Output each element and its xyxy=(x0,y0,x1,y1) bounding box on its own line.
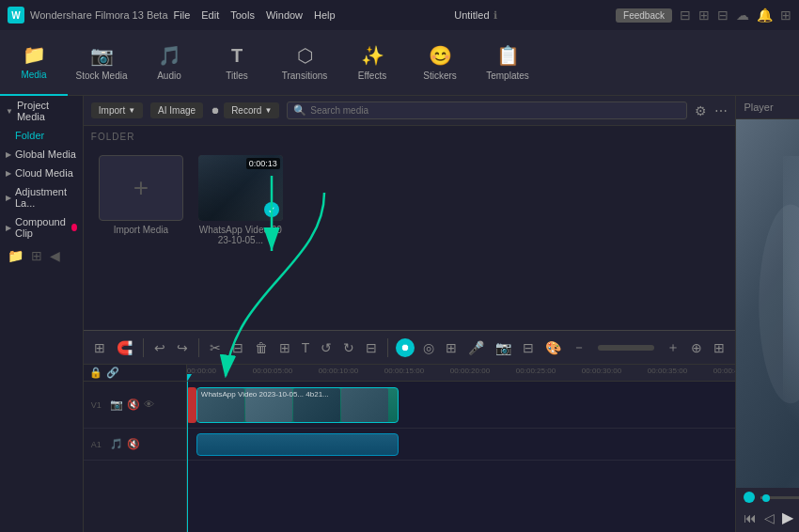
playhead-dot[interactable] xyxy=(744,492,755,503)
time-slider[interactable] xyxy=(760,496,799,499)
toolbar-templates[interactable]: 📋 Templates xyxy=(474,30,541,96)
toolbar-audio[interactable]: 🎵 Audio xyxy=(135,30,203,96)
toolbar-transitions-label: Transitions xyxy=(282,70,328,81)
expand-icon[interactable]: ⊞ xyxy=(698,8,710,23)
compound-clip-item[interactable]: ▶ Compound Clip xyxy=(0,212,83,243)
titles-icon: T xyxy=(231,45,243,67)
more-options-icon[interactable]: ⋯ xyxy=(714,103,728,118)
playhead[interactable] xyxy=(187,382,188,532)
media-icon: 📁 xyxy=(23,43,46,66)
add-icon[interactable]: ⊞ xyxy=(31,248,42,263)
plus-icon[interactable]: ＋ xyxy=(664,337,682,358)
menu-window[interactable]: Window xyxy=(266,9,303,21)
pip-icon[interactable]: ⊞ xyxy=(443,338,460,357)
scissors-icon[interactable]: ✂ xyxy=(207,338,224,357)
import-media-item[interactable]: + Import Media xyxy=(99,155,183,245)
import-button[interactable]: Import ▼ xyxy=(91,102,143,118)
adjustment-layer-item[interactable]: ▶ Adjustment La... xyxy=(0,182,83,212)
stickers-icon: 😊 xyxy=(429,44,452,67)
menu-file[interactable]: File xyxy=(174,9,191,21)
doc-title: Untitled xyxy=(454,9,489,21)
project-media-section[interactable]: ▼ Project Media xyxy=(0,96,83,126)
global-media-item[interactable]: ▶ Global Media xyxy=(0,145,83,164)
toolbar-titles[interactable]: T Titles xyxy=(203,30,271,96)
grid-icon[interactable]: ⊞ xyxy=(780,8,791,23)
delete-icon[interactable]: 🗑 xyxy=(252,338,271,357)
search-input[interactable] xyxy=(310,105,681,116)
sidebar-item-folder[interactable]: Folder xyxy=(0,126,83,145)
menu-bar: File Edit Tools Window Help xyxy=(174,9,336,21)
toolbar-stock-media[interactable]: 📷 Stock Media xyxy=(68,30,135,96)
speed-icon[interactable]: ⊟ xyxy=(520,338,537,357)
ai-image-button[interactable]: AI Image xyxy=(150,102,203,118)
zoom-slider[interactable] xyxy=(598,345,654,351)
time-dot xyxy=(762,494,770,502)
import-thumb[interactable]: + xyxy=(99,155,183,221)
feedback-button[interactable]: Feedback xyxy=(616,8,672,23)
video-track-mute-icon[interactable]: 🔇 xyxy=(127,399,140,411)
magnet-icon[interactable]: 🧲 xyxy=(114,338,135,357)
cloud-chevron: ▶ xyxy=(6,169,11,178)
add-clip-icon[interactable]: ⊕ xyxy=(688,338,705,357)
effects-tl-icon[interactable]: ◎ xyxy=(420,338,437,357)
rotate-left-icon[interactable]: ↺ xyxy=(318,338,335,357)
color-icon[interactable]: 🎨 xyxy=(542,338,564,357)
timeline-ruler[interactable]: 00:00:00 00:00:05:00 00:00:10:00 00:00:1… xyxy=(187,365,736,382)
menu-edit[interactable]: Edit xyxy=(201,9,219,21)
play-icon[interactable]: ▶ xyxy=(782,509,793,526)
record-active-btn[interactable]: ⏺ xyxy=(396,338,415,357)
minus-icon[interactable]: － xyxy=(570,337,588,358)
audio-track-note-icon[interactable]: 🎵 xyxy=(110,438,123,450)
video-clip[interactable]: WhatsApp Video 2023-10-05... 4b21... xyxy=(196,387,399,423)
toolbar-media[interactable]: 📁 Media xyxy=(0,30,68,96)
audio-clip[interactable] xyxy=(196,433,399,456)
media-toolbar: Import ▼ AI Image ⏺ Record ▼ 🔍 xyxy=(84,96,736,126)
whatsapp-video-item[interactable]: 0:00:13 ✓ WhatsApp Video 2023-10-05... xyxy=(198,155,283,245)
menu-help[interactable]: Help xyxy=(314,9,336,21)
filter-icon[interactable]: ⚙ xyxy=(695,103,707,118)
record-btn-group[interactable]: ⏺ Record ▼ xyxy=(211,102,279,118)
timeline-ruler-area: 00:00:00 00:00:05:00 00:00:10:00 00:00:1… xyxy=(187,365,736,532)
chain-icon[interactable]: 🔗 xyxy=(106,367,119,379)
cloud-media-item[interactable]: ▶ Cloud Media xyxy=(0,164,83,182)
grid-tl-icon[interactable]: ⊞ xyxy=(711,338,728,357)
add-track-icon[interactable]: ⊞ xyxy=(91,338,108,357)
expand-icon[interactable]: ⊟ xyxy=(363,338,380,357)
video-thumbnail[interactable]: 0:00:13 ✓ xyxy=(198,155,283,221)
minimize-icon[interactable]: ⊟ xyxy=(680,8,691,23)
player-controls: 00:00:00:00 / 00:00:13:20 ⏮ ◁ ▶ ⬜ ▷ { } … xyxy=(736,488,799,532)
skip-back-icon[interactable]: ⏮ xyxy=(744,510,757,525)
camera-icon[interactable]: 📷 xyxy=(493,338,514,357)
search-box[interactable]: 🔍 xyxy=(287,102,687,119)
redo-icon[interactable]: ↪ xyxy=(174,338,191,357)
menu-tools[interactable]: Tools xyxy=(230,9,255,21)
toolbar-effects[interactable]: ✨ Effects xyxy=(338,30,406,96)
cloud-media-label: Cloud Media xyxy=(15,167,73,179)
red-start-clip xyxy=(187,387,196,423)
undo-icon[interactable]: ↩ xyxy=(151,338,168,357)
transitions-icon: ⬡ xyxy=(297,44,313,67)
global-chevron: ▶ xyxy=(6,150,11,159)
cloud-icon[interactable]: ☁ xyxy=(736,8,749,23)
audio-icon: 🎵 xyxy=(158,44,181,67)
collapse-icon[interactable]: ◀ xyxy=(50,248,60,263)
video-track-cam-icon[interactable]: 📷 xyxy=(110,399,123,411)
title-bar: W Wondershare Filmora 13 Beta File Edit … xyxy=(0,0,799,30)
record-chevron: ▼ xyxy=(264,106,272,115)
new-folder-icon[interactable]: 📁 xyxy=(8,248,24,263)
copy-icon[interactable]: ⊞ xyxy=(276,338,293,357)
record-button[interactable]: Record ▼ xyxy=(224,102,279,118)
import-media-label: Import Media xyxy=(114,225,168,235)
voice-icon[interactable]: 🎤 xyxy=(465,338,487,357)
audio-track-mute-icon[interactable]: 🔇 xyxy=(127,438,140,450)
toolbar-transitions[interactable]: ⬡ Transitions xyxy=(271,30,338,96)
layout-icon[interactable]: ⊟ xyxy=(717,8,728,23)
bell-icon[interactable]: 🔔 xyxy=(757,8,773,23)
toolbar-stickers[interactable]: 😊 Stickers xyxy=(406,30,474,96)
prev-frame-icon[interactable]: ◁ xyxy=(764,510,775,525)
video-track-eye-icon[interactable]: 👁 xyxy=(144,399,154,411)
text-icon[interactable]: T xyxy=(299,338,313,357)
split-icon[interactable]: ⊟ xyxy=(229,338,246,357)
lock-icon[interactable]: 🔒 xyxy=(89,367,102,379)
rotate-right-icon[interactable]: ↻ xyxy=(340,338,357,357)
